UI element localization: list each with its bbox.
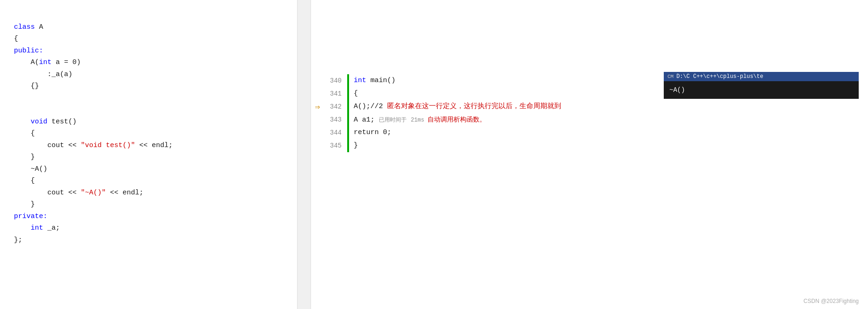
green-bar-341	[347, 87, 349, 100]
tooltip-body-line1: ~A()	[669, 86, 685, 94]
arrow-344	[311, 126, 324, 139]
code-line-342: ⇒ 342 A();//2 匿名对象在这一行定义，这行执行完以后，生命周期就到	[311, 100, 868, 113]
left-code-block: class A { public: A(int a = 0) :_a(a) {}…	[14, 9, 283, 258]
middle-divider	[297, 0, 311, 309]
line-content-342: A();//2 匿名对象在这一行定义，这行执行完以后，生命周期就到	[350, 100, 868, 113]
left-code-panel: class A { public: A(int a = 0) :_a(a) {}…	[0, 0, 297, 309]
line-test-close: }	[14, 153, 35, 161]
arrow-345	[311, 139, 324, 152]
green-bar-345	[347, 139, 349, 152]
line-number-345: 345	[324, 139, 347, 152]
tooltip-cm-icon: CM	[667, 74, 674, 79]
line-343-inline: 已用时间于	[379, 117, 407, 123]
line-constructor: A(int a = 0)	[14, 58, 81, 66]
arrow-340	[311, 74, 324, 87]
green-bar-344	[347, 126, 349, 139]
line-number-343: 343	[324, 113, 347, 126]
main-container: class A { public: A(int a = 0) :_a(a) {}…	[0, 0, 868, 309]
line-int-a: int _a;	[14, 224, 60, 232]
line-destr-close: }	[14, 200, 35, 208]
line-public: public:	[14, 47, 43, 55]
line-cout-destr: cout << "~A()" << endl;	[14, 189, 143, 197]
line-destr-open: {	[14, 177, 35, 185]
arrow-343	[311, 113, 324, 126]
tooltip-body: ~A()	[664, 81, 859, 99]
attribution: CSDN @2023Fighting	[803, 298, 859, 304]
line-content-344: return 0;	[350, 126, 868, 139]
green-bar-342	[347, 100, 349, 113]
green-bar-340	[347, 74, 349, 87]
line-number-342: 342	[324, 100, 347, 113]
line-343-auto: 自动调用析构函数。	[428, 116, 486, 123]
code-line-343: 343 A a1; 已用时间于 21ms 自动调用析构函数。	[311, 113, 868, 126]
line-init: :_a(a)	[14, 71, 72, 78]
right-code-panel: 340 int main() 341 { ⇒ 342	[311, 0, 868, 309]
tooltip-header: CM D:\C C++\c++\cplus-plus\te	[664, 72, 859, 81]
line-empty-body: {}	[14, 82, 39, 90]
green-bar-343	[347, 113, 349, 126]
line-content-343: A a1; 已用时间于 21ms 自动调用析构函数。	[350, 113, 868, 126]
line-void-test: void test()	[14, 118, 77, 126]
arrow-341	[311, 87, 324, 100]
line-destructor: ~A()	[14, 165, 47, 173]
line-343-time: 21ms	[411, 117, 428, 123]
line-class: class A	[14, 23, 43, 31]
line-brace-open: {	[14, 35, 18, 43]
line-private: private:	[14, 212, 47, 220]
line-content-345: }	[350, 139, 868, 152]
line-test-open: {	[14, 129, 35, 137]
tooltip-header-text: D:\C C++\c++\cplus-plus\te	[676, 73, 763, 80]
line-number-344: 344	[324, 126, 347, 139]
tooltip-popup: CM D:\C C++\c++\cplus-plus\te ~A()	[664, 72, 859, 99]
line-342-comment: 匿名对象在这一行定义，这行执行完以后，生命周期就到	[387, 103, 561, 110]
code-line-345: 345 }	[311, 139, 868, 152]
line-cout-test: cout << "void test()" << endl;	[14, 142, 173, 149]
line-number-340: 340	[324, 74, 347, 87]
arrow-342: ⇒	[311, 100, 324, 113]
line-class-end: };	[14, 236, 22, 244]
code-line-344: 344 return 0;	[311, 126, 868, 139]
line-number-341: 341	[324, 87, 347, 100]
